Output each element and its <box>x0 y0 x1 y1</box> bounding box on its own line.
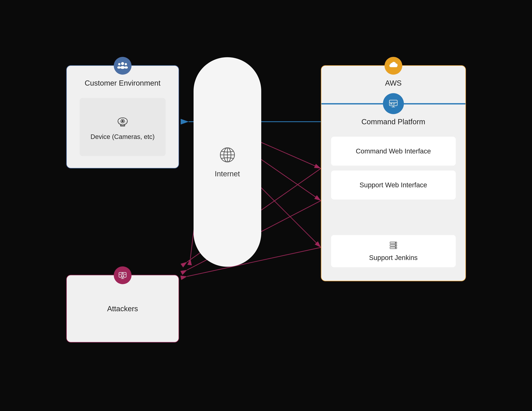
svg-rect-28 <box>390 103 392 104</box>
attackers-icon <box>114 267 132 284</box>
attackers-box: Attackers <box>66 275 179 343</box>
command-web-interface-title: Command Web Interface <box>356 147 431 155</box>
svg-point-20 <box>122 120 123 122</box>
svg-point-15 <box>117 66 121 68</box>
device-box: Device (Cameras, etc) <box>80 98 166 156</box>
internet-title: Internet <box>215 169 240 178</box>
aws-title: AWS <box>321 79 466 87</box>
internet-pill: Internet <box>194 57 261 267</box>
svg-point-38 <box>395 248 396 248</box>
command-platform-title: Command Platform <box>321 117 466 126</box>
svg-point-36 <box>395 242 396 243</box>
customer-environment-title: Customer Environment <box>67 79 179 87</box>
customer-environment-icon <box>114 57 132 75</box>
support-jenkins-title: Support Jenkins <box>369 254 418 262</box>
aws-box: AWS Command Platform Command Web Interfa… <box>321 65 466 281</box>
support-web-interface-box: Support Web Interface <box>331 171 456 200</box>
attackers-title: Attackers <box>107 304 138 313</box>
command-web-interface-box: Command Web Interface <box>331 137 456 166</box>
diagram-container: Customer Environment Device (Cameras, et… <box>57 36 475 375</box>
svg-point-41 <box>122 273 123 274</box>
svg-point-13 <box>120 66 125 69</box>
command-platform-icon <box>383 93 404 114</box>
svg-rect-26 <box>389 100 397 106</box>
support-jenkins-box: Support Jenkins <box>331 235 456 267</box>
device-title: Device (Cameras, etc) <box>91 133 155 140</box>
svg-rect-30 <box>393 104 395 105</box>
svg-point-16 <box>125 63 127 65</box>
support-web-interface-title: Support Web Interface <box>360 181 427 189</box>
svg-rect-39 <box>119 272 126 277</box>
svg-point-14 <box>118 63 120 65</box>
aws-icon <box>385 57 402 75</box>
svg-point-17 <box>124 66 128 68</box>
internet-icon-wrap: Internet <box>215 146 240 178</box>
svg-rect-21 <box>120 125 125 126</box>
svg-rect-29 <box>393 103 396 104</box>
svg-point-12 <box>121 62 124 65</box>
customer-environment-box: Customer Environment Device (Cameras, et… <box>66 65 179 168</box>
svg-point-37 <box>395 245 396 246</box>
svg-point-45 <box>123 275 124 277</box>
svg-point-44 <box>121 275 122 277</box>
